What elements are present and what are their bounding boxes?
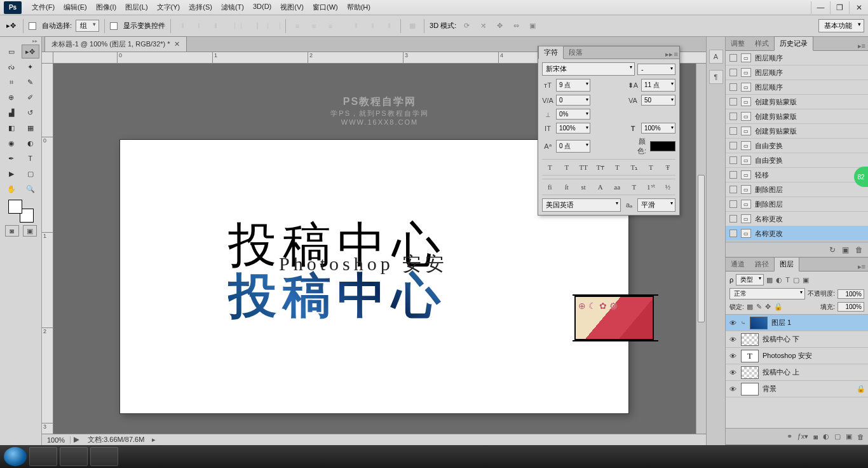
text-style-button[interactable]: Ŧ xyxy=(661,162,674,173)
text-style-button[interactable]: TT xyxy=(577,162,590,173)
visibility-toggle-icon[interactable]: 👁 xyxy=(728,352,737,360)
history-state-checkbox[interactable] xyxy=(729,200,737,208)
text-style-button[interactable]: T xyxy=(560,162,573,173)
antialias-dropdown[interactable]: 平滑 xyxy=(637,198,675,212)
history-state-checkbox[interactable] xyxy=(729,83,737,91)
opacity-value[interactable]: 100% xyxy=(837,289,864,299)
history-state-checkbox[interactable] xyxy=(729,186,737,193)
leading-field[interactable]: 11 点 xyxy=(641,79,675,92)
layer-group-icon[interactable]: ▢ xyxy=(834,432,841,441)
document-tab[interactable]: 未标题-1 @ 100% (图层 1, RGB/32*) * ✕ xyxy=(44,36,187,52)
layer-name[interactable]: 背景 xyxy=(763,384,776,394)
zoom-tool-icon[interactable]: 🔍 xyxy=(22,182,39,196)
document-info[interactable]: 文档:3.66M/87.6M xyxy=(83,435,149,444)
crop-tool-icon[interactable]: ⌗ xyxy=(3,75,20,89)
3d-roll-icon[interactable]: ⤨ xyxy=(477,20,489,32)
panel-collapse-icon[interactable]: ▸▸ xyxy=(665,50,673,59)
zoom-level[interactable]: 100% xyxy=(42,436,71,444)
layer-thumbnail[interactable] xyxy=(741,366,759,379)
visibility-toggle-icon[interactable]: 👁 xyxy=(728,385,737,393)
text-style-button[interactable]: 1ˢᵗ xyxy=(644,181,657,193)
zoom-popup-icon[interactable]: ⯈ xyxy=(71,436,83,444)
vertical-scrollbar[interactable] xyxy=(696,64,706,434)
show-transform-checkbox[interactable] xyxy=(110,22,118,30)
color-swatch[interactable] xyxy=(8,200,34,223)
layer-thumbnail[interactable] xyxy=(741,383,759,396)
delete-layer-icon[interactable]: 🗑 xyxy=(857,433,864,441)
text-style-button[interactable]: T xyxy=(644,162,657,173)
blend-mode-dropdown[interactable]: 正常 xyxy=(729,288,805,299)
workspace-switcher[interactable]: 基本功能 xyxy=(818,19,864,32)
history-item[interactable]: ▭图层顺序 xyxy=(726,80,868,95)
text-style-button[interactable]: aa xyxy=(611,181,623,193)
tab-paragraph[interactable]: 段落 xyxy=(564,46,588,59)
history-item[interactable]: ▭图层顺序 xyxy=(726,65,868,80)
history-item[interactable]: ▭图层顺序 xyxy=(726,51,868,65)
history-state-checkbox[interactable] xyxy=(729,127,737,135)
menu-view[interactable]: 视图(V) xyxy=(276,1,308,14)
history-item[interactable]: ▭轻移 xyxy=(726,168,868,182)
visibility-toggle-icon[interactable]: 👁 xyxy=(728,319,737,327)
history-trash-icon[interactable]: 🗑 xyxy=(855,245,863,254)
menu-layer[interactable]: 图层(L) xyxy=(121,1,151,14)
filter-smart-icon[interactable]: ▣ xyxy=(803,276,809,284)
text-style-button[interactable]: A xyxy=(594,181,607,193)
history-state-checkbox[interactable] xyxy=(729,156,737,164)
scrollbar-thumb[interactable] xyxy=(698,175,705,323)
layer-mask-icon[interactable]: ◙ xyxy=(813,433,818,441)
text-style-button[interactable]: ½ xyxy=(661,181,674,193)
path-selection-tool-icon[interactable]: ▶ xyxy=(3,167,20,181)
auto-select-dropdown[interactable]: 组 xyxy=(76,20,99,32)
close-button[interactable]: ✕ xyxy=(849,1,868,14)
layer-style-icon[interactable]: ƒx▾ xyxy=(797,432,809,441)
fill-value[interactable]: 100% xyxy=(837,302,864,312)
foreground-color[interactable] xyxy=(8,200,22,214)
marquee-tool-icon[interactable]: ▭ xyxy=(3,45,20,59)
font-size-field[interactable]: 9 点 xyxy=(556,79,590,92)
tab-styles[interactable]: 样式 xyxy=(750,37,774,50)
ruler-origin[interactable] xyxy=(42,52,53,64)
taskbar-item[interactable] xyxy=(60,447,88,466)
history-state-checkbox[interactable] xyxy=(729,142,737,149)
layer-filter-kind[interactable]: 类型 xyxy=(736,274,764,286)
docinfo-popup-icon[interactable]: ▸ xyxy=(149,436,158,444)
history-state-checkbox[interactable] xyxy=(729,113,737,120)
history-item[interactable]: ▭名称更改 xyxy=(726,212,868,226)
lock-all-icon[interactable]: 🔒 xyxy=(774,303,783,311)
pen-tool-icon[interactable]: ✒ xyxy=(3,151,20,165)
character-panel[interactable]: 字符 段落 ▸▸≡ 新宋体 - тT 9 点 ⬍A 11 点 V/A 0 VA … xyxy=(538,46,680,216)
history-item[interactable]: ▭创建剪贴蒙版 xyxy=(726,124,868,139)
paragraph-panel-icon[interactable]: ¶ xyxy=(709,70,723,84)
history-item[interactable]: ▭名称更改 xyxy=(726,226,868,241)
maximize-button[interactable]: ❐ xyxy=(830,1,849,14)
history-brush-tool-icon[interactable]: ↺ xyxy=(22,106,39,120)
font-style-dropdown[interactable]: - xyxy=(637,64,675,75)
menu-file[interactable]: 文件(F) xyxy=(28,1,58,14)
screen-mode-icon[interactable]: ▣ xyxy=(23,225,37,237)
menu-help[interactable]: 帮助(H) xyxy=(343,1,374,14)
filter-pixel-icon[interactable]: ▩ xyxy=(766,276,773,284)
history-state-checkbox[interactable] xyxy=(729,69,737,76)
eraser-tool-icon[interactable]: ◧ xyxy=(3,121,20,135)
text-color-swatch[interactable] xyxy=(650,141,675,151)
history-state-checkbox[interactable] xyxy=(729,54,737,62)
language-dropdown[interactable]: 美国英语 xyxy=(542,198,621,212)
3d-orbit-icon[interactable]: ⟳ xyxy=(460,20,473,32)
tab-paths[interactable]: 路径 xyxy=(750,258,774,271)
tab-layers[interactable]: 图层 xyxy=(774,257,799,272)
vertical-ruler[interactable]: 0 1 2 3 xyxy=(42,64,53,434)
vscale-field[interactable]: 100% xyxy=(556,123,590,134)
layer-item[interactable]: 👁TPhotoshop 安安 xyxy=(726,348,868,364)
tab-character[interactable]: 字符 xyxy=(538,46,564,59)
filter-adjust-icon[interactable]: ◐ xyxy=(776,276,782,284)
text-style-button[interactable]: T₁ xyxy=(628,162,641,173)
history-item[interactable]: ▭删除图层 xyxy=(726,182,868,197)
menu-type[interactable]: 文字(Y) xyxy=(153,1,184,14)
auto-select-checkbox[interactable] xyxy=(29,22,36,30)
history-item[interactable]: ▭删除图层 xyxy=(726,197,868,212)
menu-filter[interactable]: 滤镜(T) xyxy=(217,1,248,14)
panel-menu-icon[interactable]: ▸≡ xyxy=(855,42,868,50)
tab-history[interactable]: 历史记录 xyxy=(774,36,813,51)
baseline-field[interactable]: 0 点 xyxy=(556,140,590,153)
link-layers-icon[interactable]: ⚭ xyxy=(787,432,792,441)
